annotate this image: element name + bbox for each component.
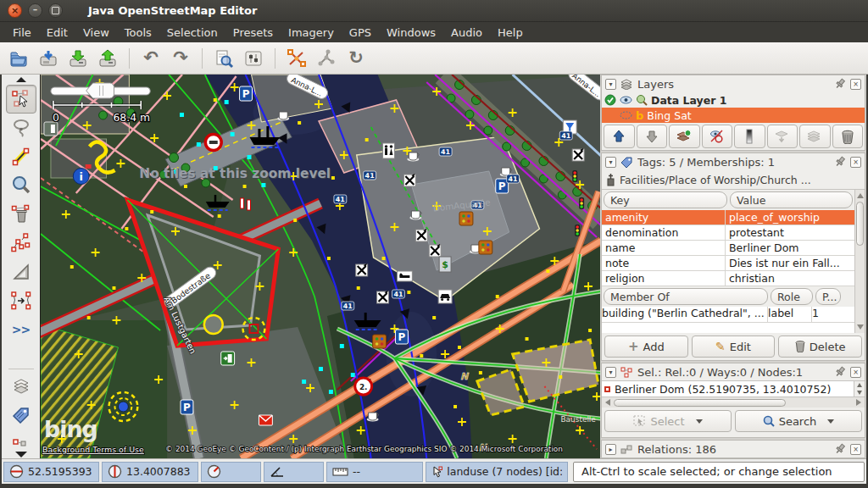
svg-text:41: 41 (441, 148, 450, 156)
tag-row[interactable]: nameBerliner Dom (602, 241, 854, 256)
menu-gps[interactable]: GPS (342, 24, 379, 42)
delete-tag-button[interactable]: Delete (778, 336, 862, 358)
layer-duplicate-button[interactable] (799, 125, 831, 148)
speed-sign-icon: 2. (355, 378, 372, 395)
layer-visibility-button[interactable] (702, 125, 733, 148)
node-icon (604, 386, 610, 392)
tool-split-way[interactable] (6, 229, 36, 258)
redo-icon[interactable] (167, 45, 194, 72)
edit-tag-button[interactable]: Edit (692, 336, 776, 358)
close-panel-icon[interactable]: × (850, 444, 861, 455)
menu-tools[interactable]: Tools (117, 24, 159, 42)
value-column-header[interactable]: Value (730, 191, 853, 208)
tool-draw-nodes[interactable] (6, 142, 36, 171)
list-spinner[interactable] (854, 381, 865, 396)
hidden-eye-icon[interactable] (620, 110, 632, 120)
close-panel-icon[interactable]: × (850, 367, 861, 378)
close-panel-icon[interactable]: × (850, 79, 861, 90)
search-icon[interactable] (210, 45, 237, 72)
collapse-icon[interactable]: ▾ (605, 367, 616, 378)
tags-panel-title: Tags: 5 / Memberships: 1 (637, 156, 830, 169)
tool-delete[interactable] (6, 200, 36, 229)
layer-opacity-button[interactable] (734, 125, 765, 148)
layer-merge-button[interactable] (767, 125, 798, 148)
pin-icon[interactable] (834, 443, 846, 455)
maximize-icon[interactable] (48, 3, 63, 18)
selection-item-label: Berliner Dom (52.5190735, 13.4010752) (615, 383, 831, 396)
collapse-icon[interactable]: ▾ (605, 79, 616, 90)
member-of-header[interactable]: Member Of (604, 288, 768, 305)
upload-icon[interactable] (94, 45, 121, 72)
split-way-icon[interactable] (283, 45, 310, 72)
toggle-tags-panel[interactable] (6, 401, 36, 430)
scroll-up-icon[interactable] (16, 77, 26, 82)
pin-icon[interactable] (834, 156, 846, 168)
menubar: File Edit View Tools Selection Presets I… (0, 22, 868, 42)
menu-presets[interactable]: Presets (225, 24, 281, 42)
download-icon[interactable] (64, 45, 92, 72)
layer-down-button[interactable] (637, 125, 668, 148)
tag-row[interactable]: religionchristian (602, 271, 854, 286)
key-column-header[interactable]: Key (604, 191, 727, 208)
tool-select[interactable] (6, 85, 36, 114)
preferences-icon[interactable] (240, 45, 267, 72)
selection-icon (620, 367, 633, 378)
vertical-scrollbar[interactable] (854, 190, 865, 333)
open-file-icon[interactable] (5, 45, 32, 72)
layer-delete-button[interactable] (832, 125, 864, 148)
map-canvas[interactable]: i 2. P P P P (40, 75, 600, 458)
layer-up-button[interactable] (604, 125, 635, 148)
minimize-icon[interactable] (28, 3, 42, 18)
refresh-icon[interactable] (342, 45, 370, 72)
pin-icon[interactable] (834, 78, 846, 90)
svg-text:41: 41 (336, 196, 345, 203)
layer-row-bing[interactable]: b Bing Sat (602, 108, 865, 123)
visible-eye-icon[interactable] (620, 95, 632, 105)
menu-file[interactable]: File (5, 24, 39, 42)
menu-windows[interactable]: Windows (379, 24, 443, 42)
svg-text:41: 41 (343, 302, 353, 310)
menu-selection[interactable]: Selection (159, 24, 225, 42)
tool-merge-nodes[interactable] (6, 286, 36, 315)
window-title: Java OpenStreetMap Editor (88, 4, 257, 17)
membership-row[interactable]: building ("Berlin Cathedral", ... label … (602, 307, 854, 323)
undo-icon[interactable] (137, 45, 164, 72)
ruler-icon (332, 467, 348, 477)
expand-icon[interactable]: ▸ (605, 444, 616, 455)
pin-icon[interactable] (834, 366, 846, 378)
tool-more[interactable]: >> (6, 315, 36, 344)
scroll-down-icon[interactable] (15, 452, 27, 458)
position-header[interactable]: P... (815, 288, 841, 305)
titlebar[interactable]: Java OpenStreetMap Editor (0, 0, 868, 22)
angle-icon (270, 465, 285, 478)
horizontal-scrollbar[interactable] (602, 396, 865, 408)
close-icon[interactable] (8, 3, 22, 18)
tool-zoom[interactable] (6, 171, 36, 200)
tool-lasso[interactable] (6, 114, 36, 142)
menu-edit[interactable]: Edit (39, 24, 75, 42)
tag-row[interactable]: noteDies ist nur ein Fall... (602, 256, 854, 271)
menu-audio[interactable]: Audio (443, 24, 490, 42)
layer-row-data[interactable]: Data Layer 1 (602, 92, 865, 108)
collapse-icon[interactable]: ▾ (605, 157, 616, 168)
menu-imagery[interactable]: Imagery (281, 24, 342, 42)
close-panel-icon[interactable]: × (850, 157, 861, 168)
role-header[interactable]: Role (771, 288, 813, 305)
tool-angle[interactable] (6, 258, 36, 286)
selection-list-item[interactable]: Berliner Dom (52.5190735, 13.4010752) (602, 380, 865, 396)
combine-way-icon[interactable] (313, 45, 340, 72)
menu-view[interactable]: View (75, 24, 117, 42)
add-tag-button[interactable]: Add (604, 336, 688, 358)
layer-activate-button[interactable] (669, 125, 700, 148)
svg-text:2.: 2. (359, 383, 368, 391)
search-button[interactable]: Search (735, 410, 862, 432)
menu-help[interactable]: Help (490, 24, 531, 42)
preset-row[interactable]: Facilities/Place of Worship/Church ... (602, 170, 865, 189)
select-button[interactable]: Select (604, 410, 732, 432)
bing-layer-icon: b (636, 110, 643, 121)
update-data-icon[interactable] (35, 45, 62, 72)
toggle-layers-panel[interactable] (6, 372, 36, 401)
data-layer-icon (636, 94, 648, 106)
tag-row[interactable]: amenityplace_of_worship (602, 210, 854, 225)
tag-row[interactable]: denominationprotestant (602, 225, 854, 241)
